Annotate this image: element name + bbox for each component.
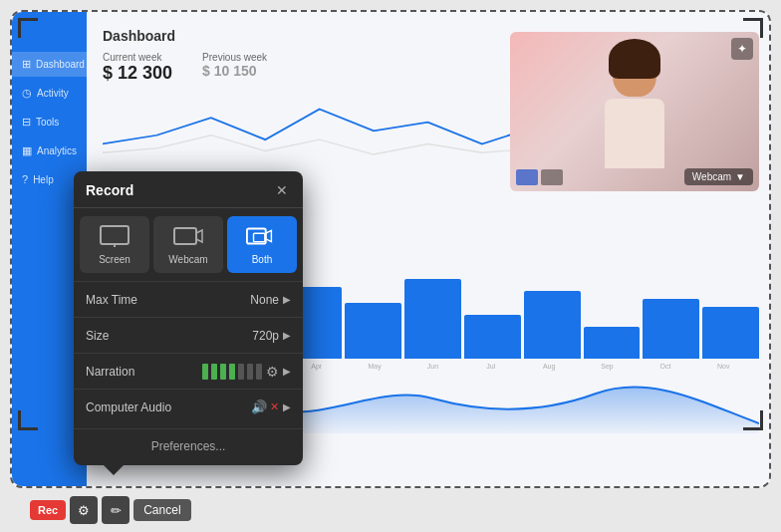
previous-week-label: Previous week <box>202 52 267 63</box>
settings-button[interactable]: ⚙ <box>70 496 98 524</box>
close-button[interactable]: ✕ <box>273 181 291 199</box>
screen-size-btn[interactable] <box>516 169 538 185</box>
bar-item <box>345 303 401 359</box>
narration-value-group: ⚙ ▶ <box>202 364 291 380</box>
tools-icon: ⊟ <box>22 116 31 129</box>
fullscreen-btn[interactable] <box>541 169 563 185</box>
settings-rows: Max Time None ▶ Size 720p ▶ Narration <box>74 281 303 428</box>
record-screen-button[interactable]: Screen <box>80 216 149 273</box>
max-time-value: None <box>250 293 279 307</box>
sidebar-label-tools: Tools <box>36 117 59 128</box>
webcam-controls <box>516 169 563 185</box>
rec-badge: Rec <box>30 500 66 520</box>
webcam-record-icon <box>172 224 204 248</box>
record-webcam-button[interactable]: Webcam <box>153 216 223 273</box>
bar-month-label: Aug <box>522 363 577 370</box>
wand-button[interactable]: ✦ <box>731 38 753 60</box>
bar-month-label: May <box>347 363 401 370</box>
cancel-button[interactable]: Cancel <box>133 499 190 521</box>
corner-tr <box>743 18 763 38</box>
webcam-dropdown-arrow: ▼ <box>735 171 745 182</box>
bar-item <box>464 315 521 359</box>
panel-title: Record <box>86 182 133 198</box>
sidebar-label-help: Help <box>33 174 54 185</box>
sidebar-item-dashboard[interactable]: ⊞ Dashboard <box>12 52 87 77</box>
bar-month-label: Jul <box>463 363 518 370</box>
record-types: Screen Webcam <box>74 208 303 281</box>
bar-month-label: Nov <box>696 363 751 370</box>
person-head <box>613 47 656 97</box>
webcam-label-bar[interactable]: Webcam ▼ <box>684 168 753 185</box>
sidebar-label-analytics: Analytics <box>37 145 77 156</box>
sidebar-item-tools[interactable]: ⊟ Tools <box>12 110 87 134</box>
activity-icon: ◷ <box>22 87 32 100</box>
svg-rect-3 <box>174 228 196 244</box>
bar-item <box>524 291 581 359</box>
main-frame: ⊞ Dashboard ◷ Activity ⊟ Tools ▦ Analyti… <box>10 10 771 488</box>
nar-seg-5 <box>238 364 244 380</box>
webcam-label-btn: Webcam <box>168 254 207 265</box>
mute-icon: ✕ <box>270 400 279 413</box>
preferences-button[interactable]: Preferences... <box>74 428 303 463</box>
speaker-icon: 🔊 <box>251 399 267 414</box>
nar-seg-6 <box>247 364 253 380</box>
person-figure <box>595 47 674 186</box>
sidebar-item-analytics[interactable]: ▦ Analytics <box>12 138 87 163</box>
narration-label: Narration <box>86 365 134 379</box>
size-row: Size 720p ▶ <box>74 317 303 353</box>
screen-label: Screen <box>99 254 130 265</box>
help-icon: ? <box>22 173 28 185</box>
record-both-button[interactable]: Both <box>227 216 297 273</box>
computer-audio-row: Computer Audio 🔊 ✕ ▶ <box>74 389 303 424</box>
bottom-toolbar: Rec ⚙ ✏ Cancel <box>30 496 191 524</box>
sidebar-item-activity[interactable]: ◷ Activity <box>12 81 87 106</box>
computer-audio-value-group: 🔊 ✕ ▶ <box>251 399 291 414</box>
max-time-row: Max Time None ▶ <box>74 281 303 317</box>
previous-value: $ 10 150 <box>202 63 267 79</box>
max-time-label: Max Time <box>86 293 137 307</box>
stat-current: Current week $ 12 300 <box>103 52 172 84</box>
nar-seg-2 <box>211 364 217 380</box>
both-label: Both <box>252 254 273 265</box>
size-value: 720p <box>252 329 279 343</box>
bar-month-label: Jun <box>405 363 460 370</box>
webcam-preview: ✦ Webcam ▼ <box>510 32 759 191</box>
narration-bar <box>202 364 262 380</box>
corner-bl <box>18 410 38 430</box>
both-record-icon <box>246 224 278 248</box>
nar-seg-7 <box>256 364 262 380</box>
webcam-label: Webcam <box>692 171 731 182</box>
analytics-icon: ▦ <box>22 144 32 157</box>
size-arrow[interactable]: ▶ <box>283 330 291 341</box>
bar-month-label: Oct <box>638 363 692 370</box>
webcam-image <box>510 32 759 191</box>
corner-br <box>743 410 763 430</box>
narration-settings-icon[interactable]: ⚙ <box>266 364 279 380</box>
narration-row: Narration ⚙ ▶ <box>74 353 303 389</box>
narration-arrow[interactable]: ▶ <box>283 366 291 377</box>
nar-seg-4 <box>229 364 235 380</box>
audio-icon-group: 🔊 ✕ <box>251 399 279 414</box>
svg-rect-0 <box>101 226 129 244</box>
person-hair <box>609 39 660 79</box>
bar-item <box>702 307 759 359</box>
computer-audio-label: Computer Audio <box>86 400 171 414</box>
sidebar-label-dashboard: Dashboard <box>36 59 85 70</box>
current-value: $ 12 300 <box>103 63 172 84</box>
max-time-value-group: None ▶ <box>250 293 291 307</box>
record-panel: Record ✕ Screen <box>74 171 303 465</box>
corner-tl <box>18 18 38 38</box>
stat-previous: Previous week $ 10 150 <box>202 52 267 84</box>
edit-button[interactable]: ✏ <box>102 496 130 524</box>
svg-rect-6 <box>254 233 265 241</box>
bar-item <box>584 327 641 359</box>
dashboard-icon: ⊞ <box>22 58 31 71</box>
person-body <box>605 99 664 168</box>
audio-arrow[interactable]: ▶ <box>283 401 291 412</box>
nar-seg-3 <box>220 364 226 380</box>
max-time-arrow[interactable]: ▶ <box>283 294 291 305</box>
bar-item <box>643 299 699 359</box>
bar-month-label: Sep <box>580 363 635 370</box>
current-week-label: Current week <box>103 52 172 63</box>
size-value-group: 720p ▶ <box>252 329 291 343</box>
